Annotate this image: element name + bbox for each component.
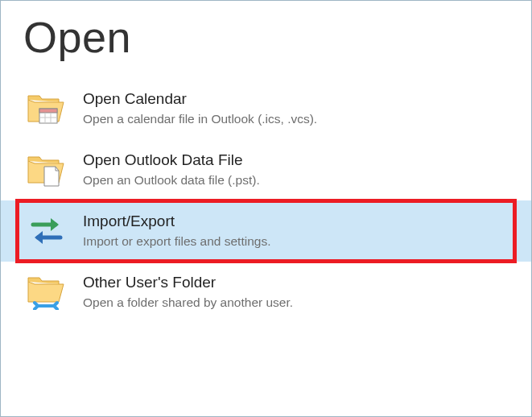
item-text: Other User's Folder Open a folder shared… <box>83 273 515 312</box>
item-desc: Open a folder shared by another user. <box>83 295 515 312</box>
import-export-icon <box>25 212 68 250</box>
item-title: Other User's Folder <box>83 273 515 293</box>
item-title: Open Outlook Data File <box>83 151 515 171</box>
item-text: Import/Export Import or export files and… <box>83 212 515 250</box>
item-desc: Import or export files and settings. <box>83 233 515 250</box>
item-text: Open Calendar Open a calendar file in Ou… <box>83 89 515 128</box>
item-desc: Open an Outlook data file (.pst). <box>83 172 515 189</box>
page-title: Open <box>23 12 509 62</box>
other-users-folder-item[interactable]: Other User's Folder Open a folder shared… <box>1 262 531 323</box>
folder-file-icon <box>25 151 68 189</box>
folder-share-icon <box>25 273 68 312</box>
item-title: Import/Export <box>83 212 515 232</box>
item-text: Open Outlook Data File Open an Outlook d… <box>83 151 515 189</box>
item-title: Open Calendar <box>83 89 515 109</box>
page-header: Open <box>1 1 531 70</box>
svg-rect-1 <box>39 109 57 113</box>
open-data-file-item[interactable]: Open Outlook Data File Open an Outlook d… <box>1 139 531 200</box>
open-menu-list: Open Calendar Open a calendar file in Ou… <box>1 70 531 323</box>
import-export-item[interactable]: Import/Export Import or export files and… <box>1 200 531 262</box>
item-desc: Open a calendar file in Outlook (.ics, .… <box>83 111 515 128</box>
folder-calendar-icon <box>25 89 68 128</box>
open-calendar-item[interactable]: Open Calendar Open a calendar file in Ou… <box>1 78 531 139</box>
